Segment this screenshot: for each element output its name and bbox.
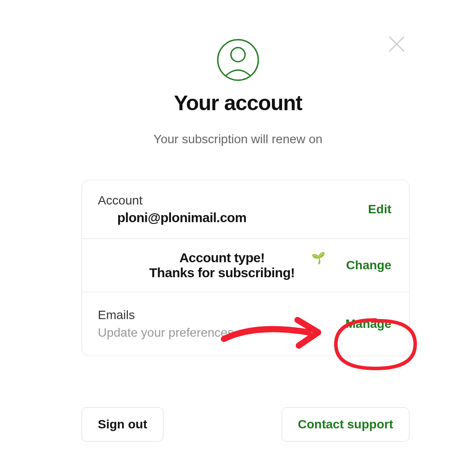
sign-out-button[interactable]: Sign out xyxy=(82,407,164,442)
page-subtitle: Your subscription will renew on xyxy=(153,132,322,146)
footer-actions: Sign out Contact support xyxy=(82,407,409,442)
svg-point-2 xyxy=(218,40,258,80)
plan-type-label: Account type! xyxy=(98,250,346,265)
seedling-icon: 🌱 xyxy=(311,251,325,265)
emails-label: Emails xyxy=(98,308,234,322)
close-icon xyxy=(388,35,405,53)
emails-row: Emails Update your preferences Manage xyxy=(82,292,409,356)
page-title: Your account xyxy=(174,91,302,115)
change-button[interactable]: Change xyxy=(346,258,391,272)
avatar-icon xyxy=(217,39,259,81)
account-card: Account ploni@plonimail.com Edit Account… xyxy=(82,180,409,356)
account-label: Account xyxy=(98,193,246,208)
emails-subtext: Update your preferences xyxy=(98,326,234,340)
account-info: Account ploni@plonimail.com xyxy=(98,193,246,225)
contact-support-button[interactable]: Contact support xyxy=(282,407,409,442)
account-row: Account ploni@plonimail.com Edit xyxy=(82,180,409,239)
manage-button[interactable]: Manage xyxy=(346,317,391,331)
emails-info: Emails Update your preferences xyxy=(98,308,234,340)
plan-info: Account type! Thanks for subscribing! xyxy=(98,250,346,280)
plan-thanks-label: Thanks for subscribing! xyxy=(98,265,346,280)
edit-button[interactable]: Edit xyxy=(368,202,391,216)
account-email: ploni@plonimail.com xyxy=(117,210,246,225)
close-button[interactable] xyxy=(388,35,405,53)
svg-point-3 xyxy=(231,48,245,62)
plan-row: Account type! Thanks for subscribing! 🌱 … xyxy=(82,239,409,292)
